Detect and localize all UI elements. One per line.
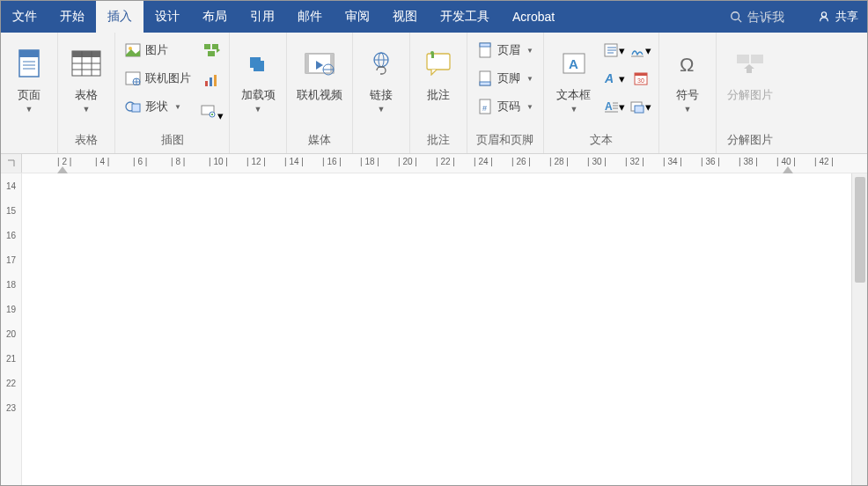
header-label: 页眉	[497, 42, 520, 58]
date-time-icon: 30	[633, 70, 649, 86]
textbox-button[interactable]: A 文本框 ▼	[549, 38, 599, 126]
online-video-button[interactable]: 联机视频	[292, 38, 347, 126]
ruler-tick: | 20 |	[398, 157, 417, 166]
chevron-down-icon: ▼	[526, 103, 533, 111]
chevron-down-icon: ▼	[378, 105, 386, 114]
indent-right-marker[interactable]	[783, 166, 793, 173]
ruler-tick: | 8 |	[171, 157, 185, 166]
page-number-button[interactable]: # 页码▼	[473, 94, 538, 119]
date-time-button[interactable]: 30	[629, 66, 653, 91]
group-addins: 加载项 ▼	[230, 33, 287, 153]
links-label: 链接	[370, 88, 393, 102]
chart-button[interactable]	[199, 68, 224, 92]
tab-developer[interactable]: 开发工具	[429, 1, 501, 33]
tab-review[interactable]: 审阅	[334, 1, 381, 33]
drop-cap-button[interactable]: A▾	[602, 94, 627, 119]
menu-bar: 文件 开始 插入 设计 布局 引用 邮件 审阅 视图 开发工具 Acrobat …	[1, 1, 867, 33]
group-text: A 文本框 ▼ ▾ ▾ A▾ 30 A▾ ▾ 文本	[544, 33, 659, 153]
table-label: 表格	[75, 88, 98, 102]
svg-text:#: #	[482, 104, 487, 113]
tab-layout[interactable]: 布局	[191, 1, 239, 33]
ruler-corner	[1, 154, 22, 173]
tab-references[interactable]: 引用	[239, 1, 286, 33]
svg-text:30: 30	[637, 77, 644, 84]
group-illustrations: 图片 联机图片 形状 ▼ ▾ 插图	[115, 33, 230, 153]
group-symbols-label	[665, 144, 710, 153]
footer-button[interactable]: 页脚▼	[473, 66, 538, 91]
quick-parts-button[interactable]: ▾	[602, 38, 627, 63]
screenshot-button[interactable]: ▾	[199, 98, 224, 122]
symbol-icon: Ω	[674, 44, 701, 83]
person-icon	[818, 11, 830, 23]
wordart-button[interactable]: A▾	[602, 66, 627, 91]
signature-line-button[interactable]: ▾	[629, 38, 653, 63]
group-header-footer-label: 页眉和页脚	[473, 129, 538, 153]
group-text-label: 文本	[549, 129, 653, 153]
scrollbar-vertical[interactable]	[851, 173, 867, 485]
tab-view[interactable]: 视图	[381, 1, 429, 33]
symbol-button[interactable]: Ω 符号 ▼	[665, 38, 710, 126]
online-video-label: 联机视频	[297, 88, 342, 102]
tell-me-input[interactable]	[747, 10, 800, 24]
group-links-label	[358, 144, 404, 153]
shapes-button[interactable]: 形状 ▼	[121, 94, 195, 119]
header-button[interactable]: 页眉▼	[473, 38, 538, 63]
document-page[interactable]	[22, 173, 851, 485]
ruler-tick: | 38 |	[739, 157, 758, 166]
table-button[interactable]: 表格 ▼	[63, 38, 109, 126]
online-video-icon	[304, 44, 335, 83]
svg-rect-45	[480, 82, 490, 85]
ribbon: 页面 ▼ 表格 ▼ 表格 图片	[1, 33, 867, 154]
shapes-icon	[125, 99, 141, 114]
tab-acrobat[interactable]: Acrobat	[501, 1, 566, 33]
ruler-tick: | 32 |	[625, 157, 644, 166]
indent-left-marker[interactable]	[57, 166, 68, 173]
tell-me-search[interactable]	[721, 1, 809, 33]
svg-rect-57	[635, 73, 647, 76]
addins-label: 加载项	[241, 88, 276, 102]
ruler-tick: | 36 |	[701, 157, 720, 166]
comment-button[interactable]: 批注	[416, 38, 461, 126]
pictures-button[interactable]: 图片	[121, 38, 195, 63]
scrollbar-thumb[interactable]	[855, 177, 865, 283]
chevron-down-icon: ▾	[645, 100, 651, 114]
ruler-tick: | 22 |	[436, 157, 455, 166]
svg-point-0	[732, 12, 739, 20]
screenshot-icon	[200, 102, 217, 118]
svg-rect-24	[208, 51, 215, 56]
group-disassemble: 分解图片 分解图片	[717, 33, 783, 153]
pages-button[interactable]: 页面 ▼	[6, 38, 52, 126]
ruler-tick: 18	[6, 272, 16, 297]
ruler-vertical[interactable]: 14151617181920212223	[1, 173, 22, 485]
chevron-down-icon: ▼	[570, 105, 577, 114]
textbox-icon: A	[561, 44, 587, 83]
ruler-tick: 16	[6, 223, 16, 247]
group-tables: 表格 ▼ 表格	[58, 33, 115, 153]
chevron-down-icon: ▼	[174, 103, 181, 111]
ruler-tick: | 42 |	[814, 157, 834, 166]
tab-design[interactable]: 设计	[143, 1, 191, 33]
links-button[interactable]: 链接 ▼	[358, 38, 404, 126]
group-links: 链接 ▼	[353, 33, 410, 153]
tab-file[interactable]: 文件	[1, 1, 48, 33]
svg-text:Ω: Ω	[680, 54, 694, 76]
group-illustrations-label: 插图	[121, 129, 224, 153]
svg-rect-68	[751, 55, 763, 63]
group-pages: 页面 ▼	[1, 33, 58, 153]
ruler-tick: | 18 |	[360, 157, 379, 166]
shapes-label: 形状	[145, 99, 168, 114]
ruler-horizontal[interactable]: | 2 || 4 || 6 || 8 || 10 || 12 || 14 || …	[1, 154, 867, 173]
smartart-button[interactable]	[199, 38, 224, 63]
object-button[interactable]: ▾	[629, 94, 653, 119]
share-button[interactable]: 共享	[809, 1, 867, 33]
tab-mailings[interactable]: 邮件	[286, 1, 334, 33]
symbol-label: 符号	[676, 88, 699, 102]
online-pictures-button[interactable]: 联机图片	[121, 66, 195, 91]
chevron-down-icon: ▾	[619, 100, 625, 114]
tab-insert[interactable]: 插入	[96, 1, 143, 33]
tab-home[interactable]: 开始	[48, 1, 96, 33]
svg-rect-27	[214, 75, 217, 86]
addins-button[interactable]: 加载项 ▼	[235, 38, 281, 126]
picture-icon	[125, 42, 141, 58]
pages-label: 页面	[18, 88, 40, 102]
